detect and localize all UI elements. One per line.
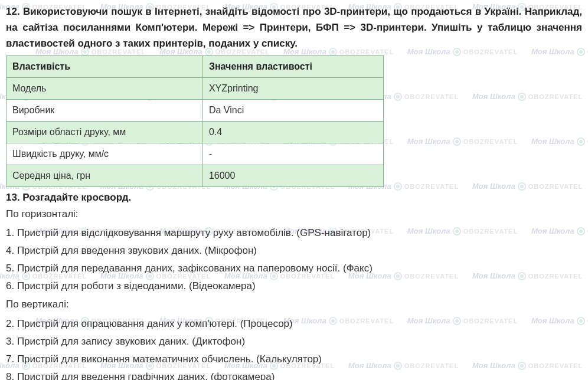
clue-vertical: 3. Пристрій для запису звукових даних. (… <box>6 333 582 350</box>
table-row: Середня ціна, грн 16000 <box>6 165 384 186</box>
clue-horizontal: 6. Пристрій для роботи з відеоданими. (В… <box>6 277 582 295</box>
clue-horizontal: 4. Пристрій для введення звукових даних.… <box>6 242 582 260</box>
horizontal-label: По горизонталі: <box>6 206 582 223</box>
printer-table: Властивість Значення властивості Модель … <box>6 55 384 187</box>
page-content: 12. Використовуючи пошук в Інтернеті, зн… <box>6 4 582 380</box>
table-header-property: Властивість <box>6 55 203 77</box>
table-cell: Da Vinci <box>202 99 383 121</box>
table-cell: Розміри області друку, мм <box>6 121 203 143</box>
table-row: Розміри області друку, мм 0.4 <box>6 121 384 143</box>
clue-horizontal: 1. Пристрій для відслідковування маршрут… <box>6 224 582 242</box>
vertical-label: По вертикалі: <box>6 296 582 313</box>
table-row: Швидкість друку, мм/с - <box>6 143 384 165</box>
table-row: Виробник Da Vinci <box>6 99 384 121</box>
clue-vertical: 7. Пристрій для виконання математичних о… <box>6 350 582 368</box>
table-header-value: Значення властивості <box>202 55 383 77</box>
table-cell: XYZprinting <box>202 77 383 99</box>
table-cell: Середня ціна, грн <box>6 165 203 186</box>
clue-vertical: 8. Пристрій для введення графічних даних… <box>6 368 582 380</box>
table-cell: - <box>202 143 383 165</box>
table-cell: Виробник <box>6 99 203 121</box>
table-cell: 16000 <box>202 165 383 186</box>
table-row: Модель XYZprinting <box>6 77 384 99</box>
table-cell: Швидкість друку, мм/с <box>6 143 203 165</box>
question-12-heading: 12. Використовуючи пошук в Інтернеті, зн… <box>6 4 582 52</box>
clue-horizontal: 5. Пристрій для передавання даних, зафік… <box>6 260 582 277</box>
question-13-heading: 13. Розгадайте кросворд. <box>6 192 582 204</box>
table-cell: 0.4 <box>202 121 383 143</box>
clue-vertical: 2. Пристрій для опрацювання даних у комп… <box>6 315 582 333</box>
table-cell: Модель <box>6 77 203 99</box>
